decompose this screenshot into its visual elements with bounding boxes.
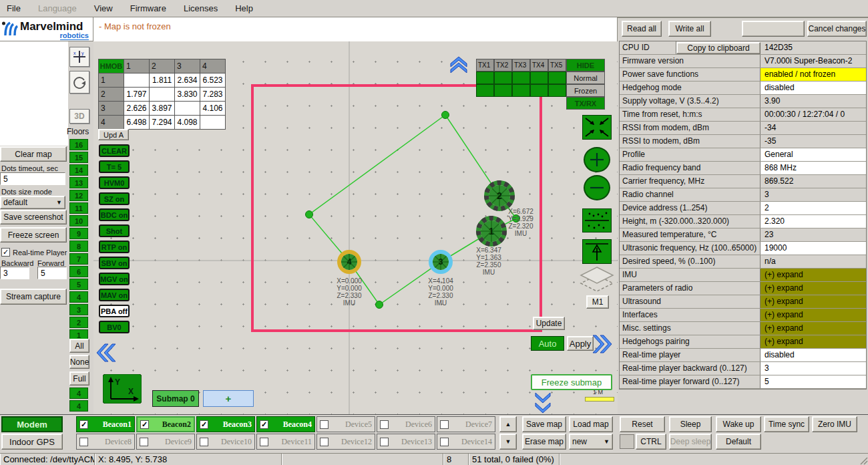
mode-button-hvm0[interactable]: HVM0	[99, 176, 130, 189]
menu-item-firmware[interactable]: Firmware	[130, 3, 166, 13]
save-screenshot-button[interactable]: Save screenshot	[0, 210, 67, 224]
freeze-submap-button[interactable]: Freeze submap	[531, 374, 612, 390]
device-cell-device9[interactable]: Device9	[136, 434, 195, 450]
menu-item-file[interactable]: File	[7, 3, 21, 13]
tx-txrx-button[interactable]: TX/RX	[566, 97, 605, 110]
settings-value[interactable]: 5	[761, 375, 866, 388]
menu-item-help[interactable]: Help	[235, 3, 253, 13]
layers-icon[interactable]	[578, 266, 616, 294]
wake-up-button[interactable]: Wake up	[716, 416, 761, 432]
collapse-down-icon[interactable]	[534, 392, 552, 414]
copy-to-clipboard-button[interactable]: Copy to clipboard	[676, 42, 761, 54]
tx-hide-button[interactable]: HIDE	[566, 59, 605, 71]
settings-value[interactable]: disabled	[761, 349, 866, 361]
mode-button-sbv-on[interactable]: SBV on	[99, 257, 130, 269]
blank-button[interactable]	[742, 21, 805, 37]
device-cell-device12[interactable]: Device12	[316, 434, 375, 450]
device-cell-device6[interactable]: Device6	[377, 416, 435, 432]
device-cell-device13[interactable]: Device13	[377, 434, 435, 450]
floor-cell-7[interactable]: 7	[69, 253, 88, 265]
load-map-button[interactable]: Load map	[569, 416, 613, 432]
device-checkbox[interactable]	[79, 438, 88, 446]
3d-button[interactable]: 3D	[69, 109, 89, 124]
dots-display-button[interactable]	[582, 208, 612, 232]
sleep-button[interactable]: Sleep	[669, 416, 712, 432]
default-button[interactable]: Default	[716, 434, 761, 450]
scroll-up-button[interactable]: ▲	[499, 416, 517, 432]
mode-button-clear[interactable]: CLEAR	[99, 144, 130, 157]
ctrl-button[interactable]: CTRL	[636, 434, 666, 450]
floor-extra-0[interactable]: 4	[69, 388, 88, 399]
tx-cell[interactable]	[530, 71, 548, 84]
time-sync-button[interactable]: Time sync	[764, 416, 809, 432]
collapse-left-icon[interactable]	[95, 343, 116, 363]
floor-cell-10[interactable]: 10	[69, 215, 88, 226]
settings-value[interactable]: (+) expand	[761, 335, 866, 348]
collapse-up-icon[interactable]	[449, 55, 468, 73]
freeze-screen-button[interactable]: Freeze screen	[0, 227, 67, 243]
pan-up-button[interactable]	[582, 239, 612, 264]
tx-cell[interactable]	[494, 84, 512, 97]
floor-cell-14[interactable]: 14	[69, 164, 88, 176]
realtime-player-toggle[interactable]: ✓ Real-time Player	[1, 248, 67, 257]
mode-button-mgv-on[interactable]: MGV on	[99, 273, 130, 285]
settings-value[interactable]: (+) expand	[761, 282, 866, 295]
submap-tab-0[interactable]: Submap 0	[152, 390, 199, 407]
tx-cell[interactable]	[512, 71, 530, 84]
floor-cell-11[interactable]: 11	[69, 202, 88, 214]
tx-cell[interactable]	[476, 71, 494, 84]
zero-imu-button[interactable]: Zero IMU	[812, 416, 857, 432]
apply-button[interactable]: Apply	[567, 336, 594, 351]
tx-cell[interactable]	[548, 71, 566, 84]
write-all-button[interactable]: Write all	[668, 21, 711, 37]
dots-size-dropdown[interactable]: default ▼	[0, 196, 65, 209]
menu-item-language[interactable]: Language	[38, 3, 77, 13]
floor-cell-5[interactable]: 5	[69, 279, 88, 290]
zoom-out-button[interactable]	[584, 175, 610, 200]
floors-all-button[interactable]: All	[69, 339, 89, 353]
device-checkbox[interactable]	[320, 420, 329, 429]
mode-button-bdc-on[interactable]: BDC on	[99, 208, 130, 221]
zoom-in-button[interactable]	[584, 147, 610, 172]
mode-button-shot[interactable]: Shot	[99, 224, 130, 237]
expand-right-icon[interactable]	[593, 334, 613, 354]
device-checkbox[interactable]: ✓	[140, 420, 149, 429]
device-cell-device5[interactable]: Device5	[316, 416, 375, 432]
floor-extra-1[interactable]: 4	[69, 400, 88, 412]
tx-cell[interactable]	[512, 84, 530, 97]
beacon-4-marker[interactable]: 4	[339, 252, 359, 272]
settings-value[interactable]: 19000	[761, 242, 866, 255]
floor-cell-3[interactable]: 3	[69, 304, 88, 315]
device-cell-device7[interactable]: Device7	[437, 416, 495, 432]
device-checkbox[interactable]	[260, 438, 268, 446]
tx-normal-button[interactable]: Normal	[566, 71, 605, 84]
tx-cell[interactable]	[494, 71, 512, 84]
settings-value[interactable]: General	[761, 148, 866, 161]
beacon-2-marker[interactable]: 2	[487, 183, 513, 209]
resize-grip[interactable]	[859, 456, 868, 465]
fit-view-button[interactable]	[582, 115, 612, 140]
settings-value[interactable]: 3	[761, 362, 866, 375]
device-checkbox[interactable]	[440, 420, 449, 429]
device-cell-device10[interactable]: Device10	[196, 434, 255, 450]
floor-cell-16[interactable]: 16	[69, 139, 88, 150]
scroll-down-button[interactable]: ▼	[499, 434, 517, 450]
floor-cell-2[interactable]: 2	[69, 317, 88, 328]
settings-value[interactable]: 2.320	[761, 215, 866, 228]
mode-button-bv0[interactable]: BV0	[99, 321, 130, 333]
device-cell-device8[interactable]: Device8	[76, 434, 135, 450]
floor-cell-12[interactable]: 12	[69, 190, 88, 201]
device-checkbox[interactable]	[200, 438, 208, 446]
reset-button[interactable]: Reset	[620, 416, 665, 432]
device-checkbox[interactable]: ✓	[260, 420, 268, 429]
mode-button-t-5[interactable]: T= 5	[99, 160, 130, 173]
beacon-3-marker[interactable]: 3	[431, 252, 451, 272]
floor-cell-15[interactable]: 15	[69, 152, 88, 163]
floor-cell-13[interactable]: 13	[69, 177, 88, 188]
device-cell-beacon1[interactable]: ✓Beacon1	[76, 416, 135, 432]
floor-cell-4[interactable]: 4	[69, 291, 88, 303]
map-select-dropdown[interactable]: new ▼	[569, 434, 613, 450]
save-map-button[interactable]: Save map	[522, 416, 566, 432]
settings-value[interactable]: disabled	[761, 82, 866, 94]
floors-none-button[interactable]: None	[69, 355, 89, 369]
